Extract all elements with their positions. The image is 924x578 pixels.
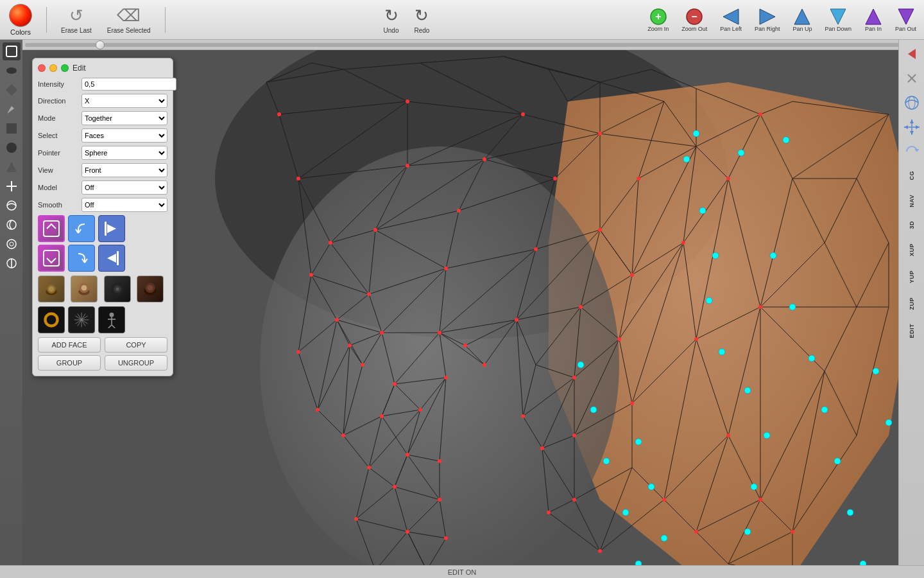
- tool-select[interactable]: [3, 42, 21, 60]
- svg-point-264: [380, 414, 384, 418]
- right-tool-rotate-z[interactable]: [900, 140, 923, 163]
- brush-action-4[interactable]: [38, 245, 65, 272]
- minimize-button[interactable]: [49, 64, 57, 72]
- right-tool-pan-2d[interactable]: [900, 116, 923, 139]
- zoom-in-button[interactable]: + Zoom In: [645, 6, 671, 33]
- progress-track[interactable]: [25, 43, 921, 47]
- svg-point-243: [553, 177, 557, 180]
- colors-button[interactable]: Colors: [5, 1, 36, 39]
- svg-marker-7: [830, 9, 846, 24]
- brush-texture-4[interactable]: [137, 276, 164, 302]
- brush-ring-1[interactable]: [38, 306, 65, 333]
- right-label-cg[interactable]: CG: [900, 164, 923, 187]
- tool-ellipse[interactable]: [3, 62, 21, 80]
- separator2: [165, 7, 166, 33]
- pan-right-button[interactable]: Pan Right: [752, 6, 783, 33]
- pan-in-button[interactable]: Pan In: [862, 6, 885, 33]
- redo-button[interactable]: ↻ Redo: [410, 3, 433, 37]
- maximize-button[interactable]: [61, 64, 69, 72]
- select-select[interactable]: FacesVerticesEdges: [81, 128, 167, 143]
- brush-texture-2[interactable]: [71, 276, 98, 302]
- brush-action-6[interactable]: [98, 245, 125, 272]
- right-label-nav[interactable]: NAV: [900, 188, 923, 214]
- svg-point-250: [444, 267, 448, 270]
- tool-square[interactable]: [3, 119, 21, 137]
- undo-button[interactable]: ↺ Undo: [380, 3, 403, 37]
- tool-move[interactable]: [3, 177, 21, 195]
- view-label: View: [38, 166, 81, 174]
- tool-triangle[interactable]: [3, 158, 21, 176]
- tool-rotate-x[interactable]: [3, 197, 21, 215]
- right-label-yup[interactable]: YUP: [900, 264, 923, 290]
- erase-selected-button[interactable]: ⌫ Erase Selected: [103, 3, 155, 37]
- view-select[interactable]: FrontBackLeftRightTopBottom: [81, 163, 167, 177]
- orbit-icon: [5, 238, 18, 250]
- copy-button[interactable]: COPY: [105, 337, 167, 353]
- brush-action-5[interactable]: [68, 245, 95, 272]
- svg-line-361: [108, 325, 112, 328]
- svg-point-330: [693, 130, 699, 137]
- pan-out-label: Pan Out: [895, 26, 916, 32]
- tool-rotate-y[interactable]: [3, 216, 21, 234]
- right-tool-orbit[interactable]: [900, 91, 923, 114]
- pointer-select[interactable]: SphereSquare: [81, 146, 167, 160]
- right-label-edit[interactable]: EDIT: [900, 317, 923, 345]
- brush-action-1[interactable]: [38, 215, 65, 242]
- colors-label: Colors: [10, 28, 31, 36]
- progress-thumb[interactable]: [96, 40, 105, 49]
- svg-point-311: [809, 355, 815, 362]
- status-bar: EDIT ON: [0, 565, 924, 578]
- close-button[interactable]: [38, 64, 46, 72]
- right-label-zup[interactable]: ZUP: [900, 291, 923, 317]
- select-label: Select: [38, 132, 81, 139]
- svg-point-344: [81, 285, 87, 291]
- model-select[interactable]: OffOn: [81, 180, 167, 195]
- svg-marker-6: [794, 9, 810, 24]
- direction-select[interactable]: XYZ: [81, 94, 167, 108]
- svg-point-296: [726, 434, 730, 437]
- svg-point-299: [791, 530, 794, 534]
- svg-point-266: [444, 376, 448, 380]
- brush-figure[interactable]: [98, 306, 125, 333]
- brush-action-2[interactable]: [68, 215, 95, 242]
- brush-texture-3[interactable]: [104, 276, 131, 302]
- brush-action-3[interactable]: [98, 215, 125, 242]
- svg-point-341: [49, 286, 55, 292]
- pan-left-button[interactable]: Pan Left: [717, 6, 744, 33]
- erase-last-label: Erase Last: [61, 27, 92, 34]
- zoom-out-button[interactable]: − Zoom Out: [679, 6, 710, 33]
- erase-last-button[interactable]: ↺ Erase Last: [57, 3, 96, 37]
- svg-point-298: [758, 498, 762, 502]
- brush-icon-grid: [38, 276, 167, 302]
- right-label-xup[interactable]: XUP: [900, 237, 923, 263]
- pan-up-button[interactable]: Pan Up: [790, 6, 814, 33]
- tool-pan[interactable]: [3, 254, 21, 272]
- svg-rect-10: [6, 46, 17, 57]
- tool-diamond[interactable]: [3, 81, 21, 99]
- add-face-button[interactable]: ADD FACE: [38, 337, 101, 353]
- group-button[interactable]: GROUP: [38, 355, 101, 371]
- brush-texture-1[interactable]: [38, 276, 65, 302]
- svg-marker-372: [904, 125, 908, 129]
- svg-point-320: [648, 484, 654, 490]
- edit-panel: Edit Intensity Direction XYZ Mode Togeth…: [32, 58, 173, 376]
- tool-orbit[interactable]: [3, 235, 21, 253]
- intensity-input[interactable]: [81, 78, 176, 91]
- svg-point-327: [603, 458, 610, 464]
- right-tool-x-close[interactable]: [900, 67, 923, 90]
- brush-ring-2[interactable]: [68, 306, 95, 333]
- right-tool-arrow-left[interactable]: [900, 42, 923, 66]
- mode-select[interactable]: TogetherSeparate: [81, 111, 167, 125]
- tool-circle[interactable]: [3, 139, 21, 157]
- svg-point-310: [789, 304, 796, 310]
- svg-point-254: [335, 318, 339, 322]
- zoom-in-icon: +: [649, 8, 667, 26]
- pan-down-button[interactable]: Pan Down: [822, 6, 854, 33]
- smooth-select[interactable]: OffOn: [81, 198, 167, 212]
- ungroup-button[interactable]: UNGROUP: [105, 355, 167, 371]
- svg-point-326: [590, 407, 597, 413]
- right-label-3d[interactable]: 3D: [900, 215, 923, 236]
- tool-brush[interactable]: [3, 100, 21, 118]
- pan-out-button[interactable]: Pan Out: [893, 6, 919, 33]
- action-buttons-row2: GROUP UNGROUP: [38, 355, 167, 371]
